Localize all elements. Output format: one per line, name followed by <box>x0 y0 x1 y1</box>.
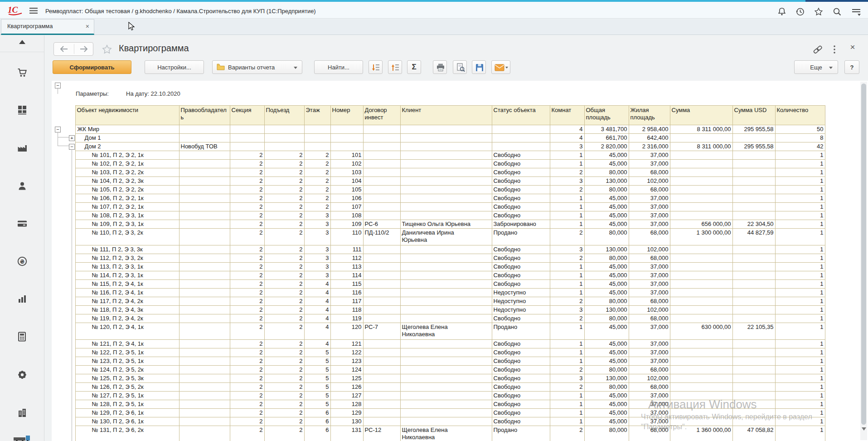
cell-sec[interactable]: 2 <box>230 306 264 314</box>
cell-client[interactable]: Щеголева Елена Николаевна <box>400 323 492 340</box>
cell-num[interactable]: 102 <box>330 160 363 168</box>
cell-status[interactable]: Продано <box>492 323 550 340</box>
cell-sum[interactable] <box>670 203 732 211</box>
close-form-icon[interactable]: × <box>848 42 858 51</box>
cell-owner[interactable] <box>179 306 230 314</box>
cell-sum[interactable]: 1 360 000,00 <box>670 426 732 441</box>
notifications-bell-icon[interactable] <box>777 7 787 17</box>
cell-sec[interactable]: 2 <box>230 297 264 306</box>
cell-num[interactable]: 115 <box>330 280 363 289</box>
send-email-button[interactable] <box>491 60 510 74</box>
cell-owner[interactable] <box>179 211 230 220</box>
cell-rooms[interactable]: 1 <box>550 280 584 289</box>
column-header[interactable]: Сумма <box>670 106 732 125</box>
cell-num[interactable]: 120 <box>330 323 363 340</box>
cell-status[interactable]: Свободно <box>492 263 550 271</box>
cell-fl[interactable]: 3 <box>304 263 330 271</box>
cell-owner[interactable] <box>179 229 230 245</box>
cell-usd[interactable]: 22 304,50 <box>732 220 775 229</box>
cell-status[interactable]: Свободно <box>492 314 550 323</box>
cell-client[interactable] <box>400 280 492 289</box>
cell-status[interactable]: Свободно <box>492 340 550 348</box>
cell-qty[interactable]: 1 <box>775 203 825 211</box>
cell-area[interactable]: 45,000 <box>584 409 629 417</box>
cell-qty[interactable]: 1 <box>775 383 825 392</box>
cell-living[interactable]: 37,000 <box>629 160 670 168</box>
cell-status[interactable]: Свободно <box>492 357 550 366</box>
cell-ent[interactable]: 2 <box>264 254 304 263</box>
cell-owner[interactable] <box>179 392 230 400</box>
cell-client[interactable] <box>400 160 492 168</box>
cell-living[interactable]: 102,000 <box>629 177 670 186</box>
cell-qty[interactable]: 1 <box>775 374 825 383</box>
cell-area[interactable]: 130,000 <box>584 306 629 314</box>
cell-fl[interactable]: 2 <box>304 151 330 160</box>
find-button[interactable]: Найти... <box>314 60 363 74</box>
cell-living[interactable]: 37,000 <box>629 409 670 417</box>
cell-fl[interactable]: 3 <box>304 229 330 245</box>
cell-client[interactable] <box>400 271 492 280</box>
cell-contract[interactable] <box>363 297 400 306</box>
cell-area[interactable]: 45,000 <box>584 357 629 366</box>
cell-living[interactable]: 37,000 <box>629 220 670 229</box>
cell-rooms[interactable]: 1 <box>550 194 584 203</box>
cell-qty[interactable]: 1 <box>775 323 825 340</box>
cell-sec[interactable] <box>230 142 264 151</box>
cell-living[interactable]: 37,000 <box>629 392 670 400</box>
cell-num[interactable]: 111 <box>330 245 363 254</box>
cell-qty[interactable]: 1 <box>775 177 825 186</box>
cell-contract[interactable]: РС-6 <box>363 220 400 229</box>
cell-sec[interactable]: 2 <box>230 203 264 211</box>
cell-living[interactable]: 37,000 <box>629 151 670 160</box>
cell-owner[interactable] <box>179 417 230 426</box>
cell-ent[interactable]: 2 <box>264 383 304 392</box>
cell-sum[interactable] <box>670 392 732 400</box>
cell-fl[interactable] <box>304 134 330 142</box>
cell-ent[interactable] <box>264 125 304 134</box>
cell-num[interactable]: 105 <box>330 186 363 194</box>
cell-contract[interactable] <box>363 374 400 383</box>
cell-sum[interactable]: 656 000,00 <box>670 220 732 229</box>
cell-rooms[interactable]: 2 <box>550 297 584 306</box>
cell-status[interactable]: Продано <box>492 229 550 245</box>
cell-client[interactable] <box>400 245 492 254</box>
cell-usd[interactable] <box>732 263 775 271</box>
cell-obj[interactable]: № 103, П 2, Э 2, 2к <box>75 168 179 177</box>
cell-contract[interactable] <box>363 125 400 134</box>
cell-usd[interactable] <box>732 289 775 297</box>
cell-rooms[interactable]: 2 <box>550 186 584 194</box>
cell-qty[interactable]: 1 <box>775 409 825 417</box>
cell-client[interactable] <box>400 168 492 177</box>
sidebar-item-money[interactable]: ₴ <box>17 256 28 267</box>
cell-obj[interactable]: № 105, П 2, Э 2, 2к <box>75 186 179 194</box>
cell-status[interactable]: Недоступно <box>492 297 550 306</box>
cell-usd[interactable] <box>732 314 775 323</box>
cell-sec[interactable] <box>230 125 264 134</box>
cell-sum[interactable] <box>670 383 732 392</box>
cell-contract[interactable] <box>363 383 400 392</box>
cell-fl[interactable]: 2 <box>304 160 330 168</box>
cell-client[interactable] <box>400 194 492 203</box>
cell-contract[interactable] <box>363 254 400 263</box>
cell-contract[interactable] <box>363 263 400 271</box>
cell-ent[interactable]: 2 <box>264 160 304 168</box>
cell-living[interactable]: 68,000 <box>629 314 670 323</box>
cell-client[interactable] <box>400 348 492 357</box>
cell-sec[interactable]: 2 <box>230 374 264 383</box>
cell-sum[interactable] <box>670 194 732 203</box>
cell-ent[interactable] <box>264 134 304 142</box>
cell-owner[interactable] <box>179 186 230 194</box>
cell-sec[interactable]: 2 <box>230 348 264 357</box>
cell-area[interactable]: 45,000 <box>584 263 629 271</box>
cell-rooms[interactable]: 2 <box>550 254 584 263</box>
cell-status[interactable]: Свободно <box>492 186 550 194</box>
cell-usd[interactable]: 44 827,59 <box>732 229 775 245</box>
cell-fl[interactable]: 4 <box>304 289 330 297</box>
back-button[interactable] <box>54 43 74 55</box>
cell-rooms[interactable]: 4 <box>550 125 584 134</box>
cell-num[interactable]: 121 <box>330 340 363 348</box>
cell-usd[interactable] <box>732 357 775 366</box>
vertical-scrollbar[interactable] <box>860 82 867 440</box>
cell-fl[interactable] <box>304 125 330 134</box>
cell-living[interactable]: 68,000 <box>629 426 670 441</box>
